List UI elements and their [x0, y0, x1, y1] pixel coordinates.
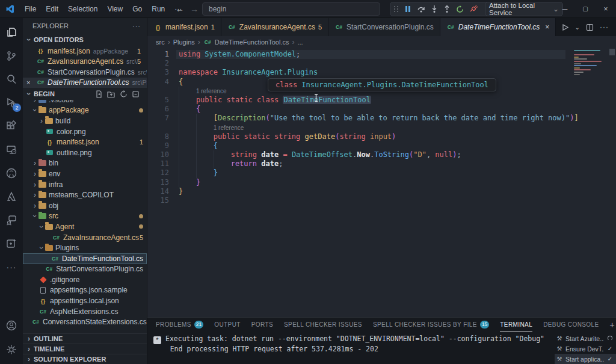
breadcrumb-item[interactable]: C#DateTimeFunctionTool.cs: [203, 39, 289, 46]
code-line[interactable]: 3namespace InsuranceAgent.Plugins: [147, 68, 616, 77]
tree-item[interactable]: C#ZavaInsuranceAgent.cs5: [23, 232, 147, 243]
search-input[interactable]: begin: [202, 2, 380, 16]
editor-tab[interactable]: C#DateTimeFunctionTool.cs×: [440, 18, 556, 36]
step-over-icon[interactable]: [417, 5, 425, 13]
back-icon[interactable]: ←: [176, 4, 184, 14]
code-line[interactable]: 6{: [147, 105, 616, 114]
panel-tab-spell-checker-issues-by-file[interactable]: SPELL CHECKER ISSUES BY FILE15: [373, 318, 489, 332]
menu-selection[interactable]: Selection: [63, 0, 102, 18]
more-icon[interactable]: ···: [132, 22, 141, 29]
tree-item[interactable]: ›msteams_COPILOT: [23, 190, 147, 200]
close-icon[interactable]: ×: [545, 23, 549, 31]
tree-item[interactable]: ›obj: [23, 200, 147, 211]
minimize-icon[interactable]: ─: [555, 0, 575, 18]
more-icon[interactable]: ···: [4, 260, 19, 274]
settings-icon[interactable]: [4, 342, 19, 357]
menu-edit[interactable]: Edit: [41, 0, 63, 18]
codelens-reference[interactable]: 1 reference: [196, 88, 227, 94]
editor-tab[interactable]: {}manifest.json1: [147, 18, 221, 36]
code-line[interactable]: 7[Description("Use the tool to be able t…: [147, 114, 616, 123]
panel-tab-ports[interactable]: PORTS: [251, 318, 273, 332]
minimap[interactable]: [574, 50, 606, 76]
breadcrumb-item[interactable]: src: [156, 39, 165, 46]
tree-item[interactable]: outline.png: [23, 147, 147, 158]
attach-config-dropdown[interactable]: Attach to Local Service ⌄: [485, 2, 563, 16]
step-out-icon[interactable]: [443, 5, 451, 13]
begin-section-header[interactable]: ›BEGIN: [23, 88, 147, 100]
code-line[interactable]: 15: [147, 196, 616, 205]
code-line[interactable]: 10string date = DateTimeOffset.Now.ToStr…: [147, 150, 616, 159]
codelens-reference[interactable]: 1 reference: [214, 125, 244, 131]
source-control-icon[interactable]: [4, 49, 19, 63]
close-icon[interactable]: ×: [26, 79, 30, 86]
tree-item[interactable]: ›.vscode: [23, 100, 147, 105]
new-file-icon[interactable]: [95, 90, 103, 98]
menu-file[interactable]: File: [20, 0, 41, 18]
search-icon[interactable]: [4, 72, 19, 87]
toolkit-icon[interactable]: [4, 236, 19, 251]
close-icon[interactable]: ×: [596, 0, 616, 18]
tree-item[interactable]: C#AspNetExtensions.cs: [23, 306, 147, 317]
menu-view[interactable]: View: [102, 0, 128, 18]
step-into-icon[interactable]: [431, 5, 438, 13]
tree-item[interactable]: appsettings.json.sample: [23, 285, 147, 296]
menu-run[interactable]: Run: [147, 0, 170, 18]
tree-item[interactable]: C#StartConversationPlugin.cs: [23, 264, 147, 275]
disconnect-icon[interactable]: [469, 5, 478, 13]
tree-item[interactable]: C#ConversationStateExtensions.cs: [23, 316, 147, 327]
open-editor-item[interactable]: C#StartConversationPlugin.cssrc\Plu...: [23, 67, 147, 78]
panel-tab-debug-console[interactable]: DEBUG CONSOLE: [543, 318, 599, 332]
tree-item[interactable]: .gitignore: [23, 274, 147, 285]
pause-icon[interactable]: [404, 5, 411, 13]
terminal-list-item[interactable]: ⚒Start Azurite...: [555, 333, 616, 344]
chevron-down-icon[interactable]: ⌄: [575, 24, 580, 31]
azure-icon[interactable]: [4, 190, 19, 204]
split-editor-icon[interactable]: [586, 23, 594, 31]
code-line[interactable]: 5public static class DateTimeFunctionToo…: [147, 96, 616, 105]
code-line[interactable]: 12}: [147, 168, 616, 177]
panel-tab-problems[interactable]: PROBLEMS21: [156, 318, 203, 332]
tree-item[interactable]: ›build: [23, 116, 147, 126]
code-line[interactable]: 8public static string getDate(string inp…: [147, 132, 616, 141]
grip-icon[interactable]: [394, 6, 399, 12]
section-solution-explorer[interactable]: ›SOLUTION EXPLORER: [23, 354, 147, 364]
extensions-icon[interactable]: [4, 119, 19, 134]
new-folder-icon[interactable]: [107, 90, 116, 98]
tree-item[interactable]: {}appsettings.local.json: [23, 295, 147, 306]
menu-go[interactable]: Go: [128, 0, 147, 18]
account-icon[interactable]: [4, 318, 19, 333]
tree-item[interactable]: ›Agent: [23, 221, 147, 232]
tree-item[interactable]: ›appPackage: [23, 105, 147, 116]
panel-tab-terminal[interactable]: TERMINAL: [500, 318, 532, 332]
github-icon[interactable]: [4, 166, 19, 180]
tree-item[interactable]: C#DateTimeFunctionTool.cs: [23, 253, 147, 264]
tree-item[interactable]: {}manifest.json1: [23, 137, 147, 147]
code-line[interactable]: 11return date;: [147, 159, 616, 168]
collapse-all-icon[interactable]: [132, 90, 140, 98]
editor-tab[interactable]: C#StartConversationPlugin.cs: [328, 18, 440, 36]
open-editor-item[interactable]: ×C#DateTimeFunctionTool.cssrc\Plugins: [23, 78, 147, 88]
maximize-icon[interactable]: ▢: [575, 0, 596, 18]
tree-item[interactable]: ›infra: [23, 179, 147, 190]
codelens-row[interactable]: 1 reference: [147, 123, 616, 132]
new-terminal-icon[interactable]: +: [610, 320, 615, 330]
section-timeline[interactable]: ›TIMELINE: [23, 344, 147, 354]
breadcrumb-item[interactable]: Plugins: [173, 39, 195, 46]
open-editor-item[interactable]: C#ZavaInsuranceAgent.cssrc\Ag...5: [23, 57, 147, 67]
code-line[interactable]: 2: [147, 59, 616, 68]
tree-item[interactable]: ›src: [23, 211, 147, 222]
explorer-icon[interactable]: [4, 25, 19, 40]
chat-icon[interactable]: [4, 213, 19, 227]
terminal-output[interactable]: *Executing task: dotnet run --environmen…: [147, 332, 555, 364]
tree-item[interactable]: ›env: [23, 168, 147, 179]
remote-explorer-icon[interactable]: [4, 143, 19, 157]
open-editors-header[interactable]: ›OPEN EDITORS: [23, 34, 147, 46]
editor-tab[interactable]: C#ZavaInsuranceAgent.cs5: [221, 18, 328, 36]
debug-icon[interactable]: 2: [4, 96, 19, 110]
code-line[interactable]: 13}: [147, 178, 616, 187]
panel-tab-output[interactable]: OUTPUT: [214, 318, 241, 332]
scrollbar[interactable]: [609, 49, 615, 55]
code-line[interactable]: 9{: [147, 141, 616, 150]
breadcrumb-item[interactable]: ...: [297, 39, 303, 46]
tree-item[interactable]: color.png: [23, 126, 147, 137]
